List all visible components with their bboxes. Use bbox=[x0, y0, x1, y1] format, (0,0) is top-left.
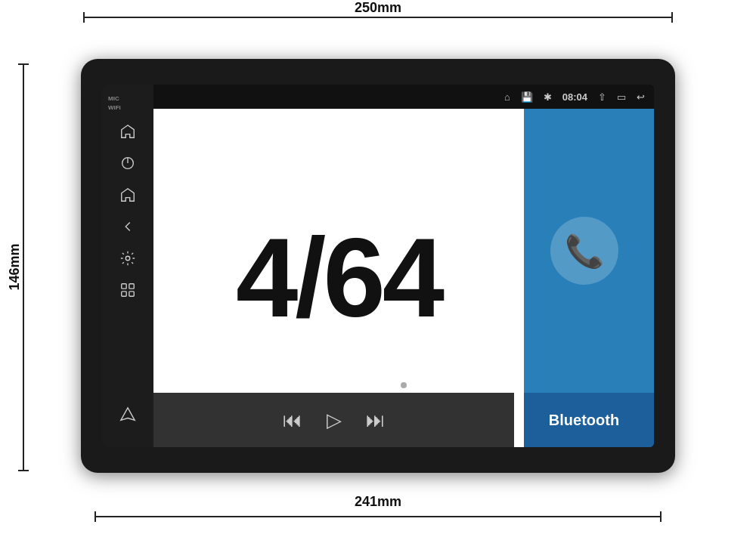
right-panel: 📞 Bluetooth bbox=[514, 109, 654, 447]
device-screen: MIC WiFi bbox=[102, 85, 654, 447]
sidebar-settings-icon[interactable] bbox=[111, 244, 144, 273]
svg-rect-3 bbox=[122, 284, 126, 289]
svg-rect-5 bbox=[122, 292, 126, 296]
phone-circle: 📞 bbox=[550, 217, 618, 285]
save-status-icon: 💾 bbox=[521, 91, 533, 103]
svg-point-2 bbox=[125, 256, 130, 261]
top-dimension-label: 250mm bbox=[355, 0, 401, 16]
device-unit: MIC WiFi bbox=[81, 59, 675, 473]
main-content: ⌂ 💾 ✱ 08:04 ⇧ ▭ ↩ 4/64 bbox=[153, 85, 654, 447]
diagram-container: 250mm 241mm 146mm MIC WiFi bbox=[0, 0, 756, 534]
svg-rect-6 bbox=[129, 292, 134, 296]
signal-icon: ⇧ bbox=[598, 91, 606, 103]
bottom-dimension-label: 241mm bbox=[355, 494, 401, 510]
sidebar-apps-icon[interactable] bbox=[111, 276, 144, 304]
phone-icon: 📞 bbox=[565, 233, 604, 270]
wifi-label: WiFi bbox=[108, 104, 121, 112]
left-dimension-label: 146mm bbox=[7, 243, 23, 290]
play-button[interactable]: ▷ bbox=[327, 409, 342, 432]
sidebar-nav-icon[interactable] bbox=[111, 400, 144, 429]
content-body: 4/64 📞 Bluetooth bbox=[153, 109, 654, 447]
window-icon: ▭ bbox=[617, 91, 626, 103]
sidebar: MIC WiFi bbox=[102, 85, 153, 447]
top-dimension: 250mm bbox=[83, 17, 673, 18]
memory-text: 4/64 bbox=[236, 222, 442, 334]
sidebar-labels: MIC WiFi bbox=[102, 91, 153, 111]
bottom-dimension: 241mm bbox=[94, 516, 662, 517]
status-bar: ⌂ 💾 ✱ 08:04 ⇧ ▭ ↩ bbox=[153, 85, 654, 109]
svg-marker-7 bbox=[121, 408, 135, 421]
mic-label: MIC bbox=[108, 95, 119, 103]
dot-indicator bbox=[401, 382, 407, 388]
phone-area[interactable]: 📞 bbox=[514, 109, 654, 393]
sidebar-back-icon[interactable] bbox=[111, 212, 144, 241]
sidebar-house-icon[interactable] bbox=[111, 181, 144, 209]
media-controls-bar: ⏮ ▷ ⏭ bbox=[153, 393, 514, 447]
clock-display: 08:04 bbox=[562, 91, 587, 103]
next-button[interactable]: ⏭ bbox=[366, 409, 386, 432]
sidebar-power-icon[interactable] bbox=[111, 149, 144, 177]
prev-button[interactable]: ⏮ bbox=[283, 409, 302, 432]
left-dimension: 146mm bbox=[23, 63, 24, 471]
home-status-icon: ⌂ bbox=[504, 91, 510, 103]
sidebar-home-icon[interactable] bbox=[111, 117, 144, 146]
bluetooth-status-icon: ✱ bbox=[544, 91, 552, 103]
bluetooth-area[interactable]: Bluetooth bbox=[514, 393, 654, 447]
svg-rect-4 bbox=[129, 284, 134, 289]
back-status-icon: ↩ bbox=[637, 91, 645, 103]
bluetooth-label: Bluetooth bbox=[549, 412, 619, 429]
